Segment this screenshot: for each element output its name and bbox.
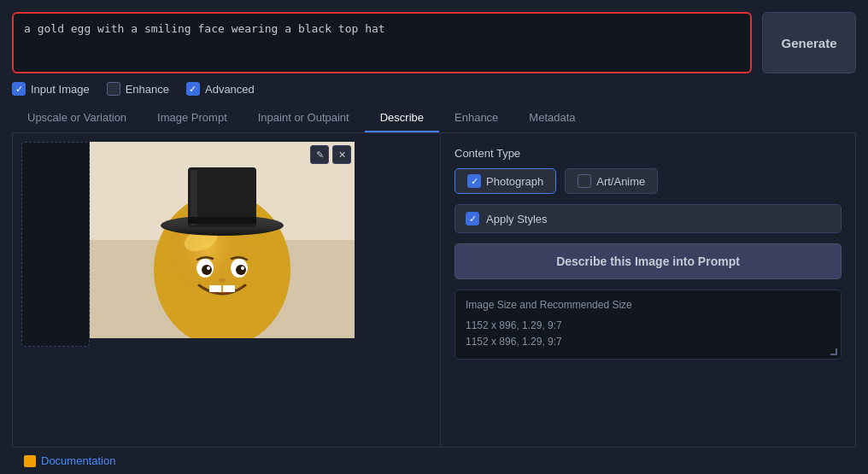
apply-styles-label: Apply Styles (486, 213, 548, 225)
image-wrapper: ✎ ✕ (90, 142, 355, 341)
documentation-link[interactable]: Documentation (41, 454, 115, 467)
advanced-checkbox[interactable]: ✓ Advanced (186, 82, 255, 96)
image-placeholder (21, 142, 90, 347)
tab-upscale[interactable]: Upscale or Variation (12, 104, 142, 132)
input-image-checkbox-icon: ✓ (12, 82, 26, 96)
top-row: Generate (12, 12, 856, 73)
photograph-button[interactable]: ✓ Photograph (455, 168, 556, 194)
image-size-label: Image Size and Recommended Size (466, 299, 830, 311)
enhance-label: Enhance (126, 83, 169, 96)
tabs-row: Upscale or Variation Image Prompt Inpain… (12, 104, 856, 133)
input-image-checkbox[interactable]: ✓ Input Image (12, 82, 90, 96)
art-anime-checkbox (578, 174, 591, 188)
apply-styles-checkbox: ✓ (466, 212, 479, 225)
svg-point-9 (207, 266, 210, 270)
describe-button[interactable]: Describe this Image into Prompt (455, 243, 842, 279)
advanced-label: Advanced (205, 83, 255, 96)
svg-rect-11 (209, 285, 221, 292)
edit-icon: ✎ (316, 149, 324, 161)
advanced-checkbox-icon: ✓ (186, 82, 200, 96)
svg-rect-12 (223, 285, 235, 292)
enhance-checkbox[interactable]: Enhance (107, 82, 169, 96)
image-size-box: Image Size and Recommended Size 1152 x 8… (455, 290, 842, 360)
size-values: 1152 x 896, 1.29, 9:7 1152 x 896, 1.29, … (466, 318, 830, 350)
tab-inpaint[interactable]: Inpaint or Outpaint (243, 104, 365, 132)
resize-handle[interactable] (830, 348, 837, 355)
apply-styles-row[interactable]: ✓ Apply Styles (455, 204, 842, 233)
content-type-section: Content Type ✓ Photograph Art/Anime (455, 147, 842, 194)
edit-image-button[interactable]: ✎ (310, 145, 329, 164)
prompt-input[interactable] (12, 12, 752, 73)
content-type-label: Content Type (455, 147, 842, 160)
content-area: ✎ ✕ Content Type ✓ Photograph (12, 133, 856, 448)
enhance-checkbox-icon (107, 82, 120, 96)
tab-image-prompt[interactable]: Image Prompt (142, 104, 243, 132)
size-value-2: 1152 x 896, 1.29, 9:7 (466, 334, 830, 350)
svg-rect-18 (188, 217, 256, 224)
close-icon: ✕ (338, 149, 346, 161)
checkbox-row: ✓ Input Image Enhance ✓ Advanced (12, 82, 856, 96)
photograph-label: Photograph (486, 175, 543, 188)
documentation-icon (24, 455, 36, 467)
svg-point-8 (236, 265, 246, 275)
size-value-1: 1152 x 896, 1.29, 9:7 (466, 318, 830, 334)
svg-point-13 (219, 278, 226, 283)
tab-metadata[interactable]: Metadata (513, 104, 590, 132)
content-type-row: ✓ Photograph Art/Anime (455, 168, 842, 194)
generate-button[interactable]: Generate (762, 12, 856, 73)
photograph-checkbox: ✓ (467, 174, 481, 188)
tab-describe[interactable]: Describe (365, 104, 439, 132)
footer: Documentation (12, 448, 856, 474)
tab-enhance[interactable]: Enhance (439, 104, 513, 132)
image-panel: ✎ ✕ (13, 133, 440, 447)
controls-panel: Content Type ✓ Photograph Art/Anime ✓ Ap… (440, 133, 855, 447)
image-actions: ✎ ✕ (310, 145, 351, 164)
art-anime-label: Art/Anime (596, 175, 645, 188)
remove-image-button[interactable]: ✕ (332, 145, 351, 164)
egg-image (90, 142, 355, 338)
svg-point-10 (241, 266, 244, 270)
art-anime-button[interactable]: Art/Anime (565, 168, 658, 194)
input-image-label: Input Image (31, 83, 90, 96)
svg-point-7 (202, 265, 212, 275)
